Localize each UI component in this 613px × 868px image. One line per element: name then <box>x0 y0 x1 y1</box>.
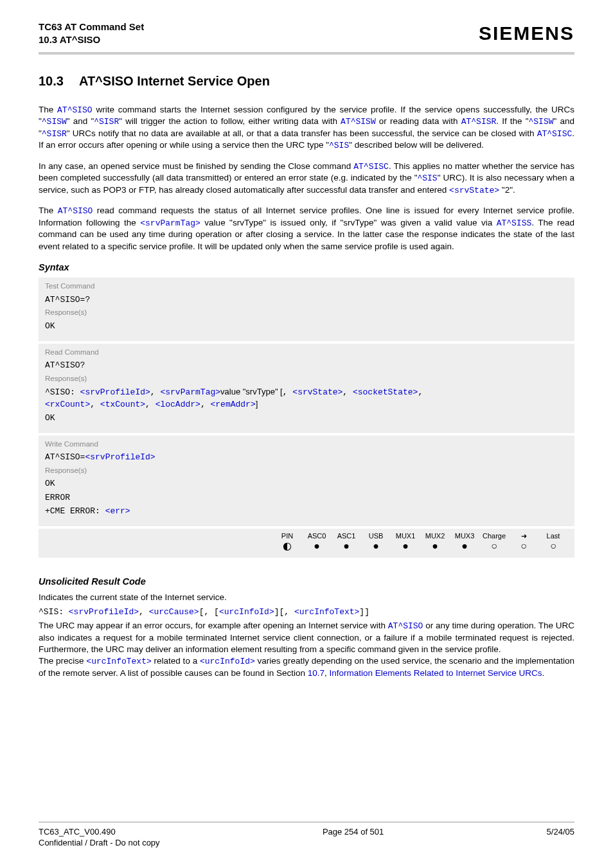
param-ref[interactable]: <urcInfoText> <box>294 607 359 617</box>
cmd-ref[interactable]: AT^SISO <box>388 621 423 631</box>
cmd-ref[interactable]: AT^SISO <box>57 105 93 115</box>
paragraph-2: In any case, an opened service must be f… <box>39 161 574 197</box>
cmd-ref[interactable]: AT^SISC <box>353 162 389 172</box>
response-label: Response(s) <box>45 308 568 318</box>
section-heading: 10.3AT^SISO Internet Service Open <box>39 73 574 90</box>
param-ref[interactable]: <srvParmTag> <box>140 218 200 228</box>
page-footer: TC63_ATC_V00.490 Confidential / Draft - … <box>39 822 574 849</box>
urc-intro: Indicates the current state of the Inter… <box>39 592 574 603</box>
urc-ref[interactable]: ^SISR <box>94 117 119 127</box>
paragraph-1: The AT^SISO write command starts the Int… <box>39 104 574 152</box>
avail-value: ○ <box>538 541 568 551</box>
avail-header: PIN <box>272 531 302 541</box>
section-link[interactable]: Information Elements Related to Internet… <box>330 668 542 678</box>
cmd-ref[interactable]: AT^SISS <box>497 218 532 228</box>
param-ref[interactable]: <locAddr> <box>155 400 200 409</box>
command-line: AT^SISO=<srvProfileId> <box>45 452 568 463</box>
urc-ref[interactable]: ^SIS <box>329 141 349 150</box>
avail-header: USB <box>361 531 391 541</box>
param-ref[interactable]: <srvProfileId> <box>69 607 139 617</box>
avail-value: ● <box>450 541 479 551</box>
urc-section: Unsolicited Result Code Indicates the cu… <box>39 576 574 679</box>
section-title-text: AT^SISO Internet Service Open <box>79 74 270 88</box>
param-ref[interactable]: <urcInfoId> <box>200 657 255 666</box>
urc-ref[interactable]: ^SISW <box>529 117 554 127</box>
urc-format: ^SIS: <srvProfileId>, <urcCause>[, [<urc… <box>39 607 574 618</box>
footer-date: 5/24/05 <box>547 826 574 849</box>
command-line: AT^SISO? <box>45 360 568 371</box>
response-ok: OK <box>45 321 568 332</box>
response-ok: OK <box>45 412 568 424</box>
avail-header: ASC1 <box>332 531 361 541</box>
block-label: Test Command <box>45 281 568 292</box>
param-ref[interactable]: <srvParmTag> <box>160 387 220 397</box>
page-header: TC63 AT Command Set 10.3 AT^SISO SIEMENS <box>39 21 574 47</box>
footer-page: Page 254 of 501 <box>323 826 384 849</box>
cmd-ref[interactable]: AT^SISW <box>341 117 376 127</box>
availability-header-row: PIN ASC0 ASC1 USB MUX1 MUX2 MUX3 Charge … <box>45 531 568 541</box>
avail-header: Last <box>538 531 568 541</box>
doc-subtitle: 10.3 AT^SISO <box>39 33 144 46</box>
param-ref[interactable]: <srvProfileId> <box>80 387 150 397</box>
avail-value: ● <box>420 541 450 551</box>
response-label: Response(s) <box>45 466 568 476</box>
doc-title: TC63 AT Command Set <box>39 21 144 33</box>
write-command-block: Write Command AT^SISO=<srvProfileId> Res… <box>39 436 574 526</box>
brand-logo: SIEMENS <box>479 21 574 47</box>
avail-value: ● <box>361 541 391 551</box>
param-ref[interactable]: <urcCause> <box>149 607 199 617</box>
urc-ref[interactable]: ^SIS <box>417 173 437 183</box>
urc-body-2: The precise <urcInfoText> related to a <… <box>39 655 574 679</box>
block-label: Read Command <box>45 348 568 358</box>
section-link[interactable]: 10.7 <box>308 668 324 678</box>
param-ref[interactable]: <socketState> <box>353 387 418 397</box>
avail-header: Charge <box>479 531 509 541</box>
avail-value: ○ <box>509 541 538 551</box>
footer-docid: TC63_ATC_V00.490 <box>39 826 160 838</box>
response-cme: +CME ERROR: <err> <box>45 506 568 517</box>
syntax-heading: Syntax <box>39 261 574 274</box>
param-ref[interactable]: <srvProfileId> <box>85 452 155 462</box>
avail-header: MUX1 <box>391 531 420 541</box>
avail-header: MUX2 <box>420 531 450 541</box>
param-ref[interactable]: <txCount> <box>100 400 145 409</box>
cmd-ref[interactable]: AT^SISR <box>461 117 497 127</box>
availability-value-row: ◐ ● ● ● ● ● ● ○ ○ ○ <box>45 541 568 551</box>
cmd-ref[interactable]: AT^SISO <box>58 206 93 216</box>
avail-value: ● <box>302 541 332 551</box>
command-line: AT^SISO=? <box>45 294 568 306</box>
response-label: Response(s) <box>45 374 568 384</box>
paragraph-3: The AT^SISO read command requests the st… <box>39 205 574 252</box>
avail-header: ASC0 <box>302 531 332 541</box>
param-ref[interactable]: <urcInfoText> <box>86 657 151 666</box>
footer-confidential: Confidential / Draft - Do not copy <box>39 837 160 849</box>
avail-value: ● <box>332 541 361 551</box>
param-ref[interactable]: <urcInfoId> <box>219 607 274 617</box>
param-ref[interactable]: <remAddr> <box>210 400 255 409</box>
availability-table: PIN ASC0 ASC1 USB MUX1 MUX2 MUX3 Charge … <box>39 529 574 558</box>
footer-left: TC63_ATC_V00.490 Confidential / Draft - … <box>39 826 160 849</box>
response-ok: OK <box>45 478 568 490</box>
urc-body-1: The URC may appear if an error occurs, f… <box>39 620 574 655</box>
avail-value: ○ <box>479 541 509 551</box>
avail-header: MUX3 <box>450 531 479 541</box>
read-command-block: Read Command AT^SISO? Response(s) ^SISO:… <box>39 344 574 433</box>
doc-title-block: TC63 AT Command Set 10.3 AT^SISO <box>39 21 144 47</box>
test-command-block: Test Command AT^SISO=? Response(s) OK <box>39 278 574 341</box>
urc-ref[interactable]: ^SISR <box>42 129 67 139</box>
avail-value: ● <box>391 541 420 551</box>
param-ref[interactable]: <srvState> <box>449 186 499 195</box>
response-error: ERROR <box>45 492 568 504</box>
param-ref[interactable]: <srvState> <box>292 387 342 397</box>
param-ref[interactable]: <err> <box>105 506 130 516</box>
cmd-ref[interactable]: AT^SISC <box>537 129 573 139</box>
urc-heading: Unsolicited Result Code <box>39 576 574 589</box>
avail-header: ➜ <box>509 531 538 541</box>
param-ref[interactable]: <rxCount> <box>45 400 90 409</box>
urc-ref[interactable]: ^SISW <box>42 117 67 127</box>
header-rule <box>39 52 574 55</box>
block-label: Write Command <box>45 439 568 450</box>
section-number: 10.3 <box>39 73 64 90</box>
response-format: ^SISO: <srvProfileId>, <srvParmTag>value… <box>45 386 568 410</box>
avail-value: ◐ <box>272 541 302 551</box>
